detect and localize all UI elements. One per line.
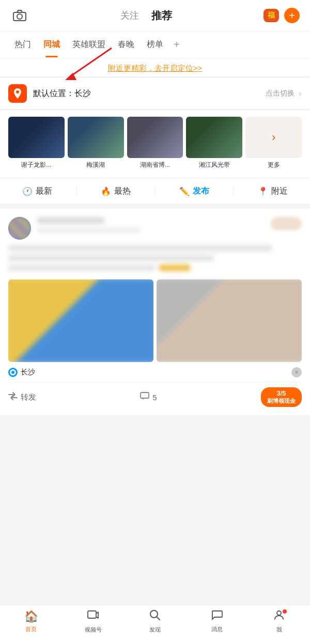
filter-tabs: 🕐 最新 🔥 最热 ✏️ 发布 📍 附近: [0, 179, 310, 205]
nav-video-label: 视频号: [85, 626, 102, 634]
city-label-2: 梅溪湖: [68, 161, 124, 169]
nav-tab-hot[interactable]: 热门: [8, 32, 37, 57]
post-text-line-1: [8, 245, 272, 252]
svg-rect-5: [141, 392, 149, 398]
nav-item-home[interactable]: 🏠 首页: [0, 610, 62, 633]
cash-badge-bottom: 刷博领现金: [267, 397, 296, 405]
post-content: [8, 245, 302, 274]
post-city-name: 长沙: [21, 368, 35, 377]
pencil-icon: ✏️: [179, 186, 190, 196]
svg-point-4: [16, 90, 19, 93]
location-text: 默认位置：长沙: [33, 88, 261, 99]
fire-icon: 🔥: [101, 186, 111, 196]
post-location-tag[interactable]: 长沙 ×: [8, 367, 302, 378]
home-icon: 🏠: [24, 610, 38, 623]
filter-newest-label: 最新: [36, 186, 52, 197]
nav-tab-hero[interactable]: 英雄联盟: [66, 32, 112, 57]
comment-action[interactable]: 5: [140, 392, 157, 402]
filter-nearby[interactable]: 📍 附近: [258, 186, 288, 197]
more-arrow-icon: ›: [272, 131, 275, 144]
repost-label: 转发: [21, 392, 36, 402]
svg-point-8: [277, 611, 281, 615]
location-switch[interactable]: 点击切换: [266, 89, 295, 98]
cash-badge[interactable]: 3/5 刷博领现金: [261, 387, 302, 407]
post-follow-button[interactable]: [271, 217, 302, 230]
city-spot-3[interactable]: 湖南省博...: [127, 117, 183, 169]
city-spot-1[interactable]: 谢子龙影...: [8, 117, 65, 169]
city-label-3: 湖南省博...: [127, 161, 183, 169]
post-meta: [37, 217, 265, 233]
nav-message-label: 消息: [211, 625, 223, 633]
filter-publish-label: 发布: [193, 186, 209, 197]
nav-tab-chunwan[interactable]: 春晚: [112, 32, 141, 57]
add-button[interactable]: +: [284, 8, 300, 23]
camera-icon[interactable]: [10, 6, 29, 25]
location-close-button[interactable]: ×: [291, 367, 302, 378]
nav-me-label: 我: [276, 626, 282, 634]
filter-publish[interactable]: ✏️ 发布: [179, 186, 209, 197]
post-images: [8, 279, 302, 362]
nav-home-label: 首页: [25, 625, 37, 633]
nav-item-video[interactable]: 视频号: [62, 609, 124, 634]
filter-divider-3: [233, 186, 234, 197]
message-icon: [211, 610, 223, 623]
filter-divider-1: [76, 186, 77, 197]
bottom-nav: 🏠 首页 视频号 发现: [0, 605, 310, 644]
post-text-line-2: [8, 255, 214, 261]
svg-rect-6: [88, 611, 96, 618]
tab-recommend[interactable]: 推荐: [151, 9, 172, 23]
post-image-1[interactable]: [8, 279, 153, 362]
city-spot-4[interactable]: 湘江风光带: [186, 117, 242, 169]
nav-tabs: 热门 同城 英雄联盟 春晚 榜单 +: [0, 32, 310, 58]
svg-point-3: [17, 14, 22, 19]
nav-tab-bangdan[interactable]: 榜单: [141, 32, 169, 57]
location-link[interactable]: 附近更精彩，去开启定位>>: [108, 64, 203, 72]
nav-discover-label: 发现: [149, 626, 161, 634]
post-text-line-3: [8, 264, 155, 271]
filter-hottest-label: 最热: [114, 186, 131, 197]
comment-count: 5: [152, 393, 157, 402]
nav-item-me[interactable]: 我: [248, 609, 310, 634]
search-icon: [149, 609, 161, 624]
nav-item-message[interactable]: 消息: [186, 610, 248, 633]
pin-icon: 📍: [258, 186, 268, 196]
header: 关注 推荐 福 +: [0, 0, 310, 32]
city-label-more: 更多: [268, 161, 280, 169]
city-spots-grid: 谢子龙影... 梅溪湖 湖南省博... 湘江风光带: [0, 111, 310, 178]
location-icon-box: [8, 84, 27, 103]
nav-tab-plus[interactable]: +: [169, 32, 184, 58]
nav-tab-tongcheng[interactable]: 同城: [37, 32, 66, 57]
notification-dot: [283, 609, 287, 614]
post-subtitle: [37, 227, 141, 233]
city-label-4: 湘江风光带: [186, 161, 242, 169]
post-footer: 转发 5 3/5 刷博领现金: [8, 382, 302, 407]
filter-divider-2: [154, 186, 155, 197]
profile-icon: [273, 609, 285, 624]
clock-icon: 🕐: [22, 186, 33, 196]
filter-newest[interactable]: 🕐 最新: [22, 186, 52, 197]
location-banner[interactable]: 附近更精彩，去开启定位>>: [0, 58, 310, 77]
default-location-bar[interactable]: 默认位置：长沙 点击切换 ›: [0, 78, 310, 109]
header-right: 福 +: [264, 8, 300, 23]
location-arrow-icon: ›: [299, 88, 302, 99]
location-dot-icon: [8, 368, 18, 377]
filter-hottest[interactable]: 🔥 最热: [101, 186, 131, 197]
repost-action[interactable]: 转发: [8, 392, 36, 402]
cash-badge-top: 3/5: [267, 389, 296, 397]
post-header: [8, 217, 302, 240]
header-tabs: 关注 推荐: [120, 9, 172, 23]
nav-item-discover[interactable]: 发现: [124, 609, 186, 634]
video-icon: [87, 609, 99, 624]
city-spot-more[interactable]: › 更多: [245, 117, 302, 169]
city-spot-2[interactable]: 梅溪湖: [68, 117, 124, 169]
tab-follow[interactable]: 关注: [120, 9, 139, 22]
filter-nearby-label: 附近: [271, 186, 288, 197]
feed-post: 长沙 × 转发: [0, 209, 310, 415]
post-avatar[interactable]: [8, 217, 31, 240]
city-label-1: 谢子龙影...: [8, 161, 65, 169]
post-highlight: [159, 264, 190, 271]
comment-icon: [140, 392, 149, 402]
repost-icon: [8, 392, 18, 402]
fu-badge[interactable]: 福: [264, 9, 279, 22]
post-image-2[interactable]: [157, 279, 302, 362]
